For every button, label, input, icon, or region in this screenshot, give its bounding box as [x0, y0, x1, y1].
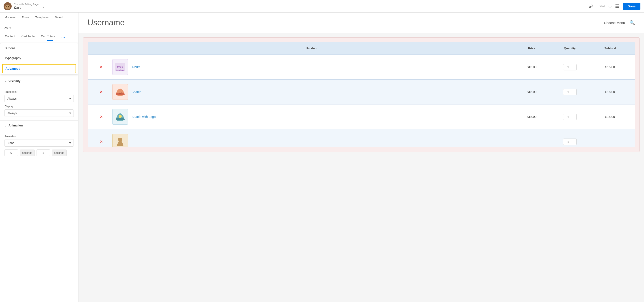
cart-wrapper: Product Price Quantity Subtotal ✕	[83, 38, 640, 152]
svg-rect-15	[119, 92, 121, 93]
album-price: $15.00	[514, 65, 550, 69]
remove-album-button[interactable]: ✕	[92, 64, 110, 70]
visibility-section-header[interactable]: ⌄ Visibility	[0, 76, 78, 86]
col-subtotal: Subtotal	[590, 47, 630, 50]
album-product-link[interactable]: Album	[132, 65, 140, 69]
main-layout: Modules Rows Templates Saved Cart Conten…	[0, 12, 644, 302]
col-price: Price	[514, 47, 550, 50]
dropdown-item-typography[interactable]: Typography	[0, 53, 78, 63]
svg-point-4	[6, 6, 7, 7]
dropdown-menu: Buttons Typography Advanced	[0, 43, 78, 74]
animation-section-body: Animation None Fade In Slide Up seconds …	[0, 130, 78, 160]
animation-label: Animation	[4, 135, 74, 138]
page-header-right: Choose Menu 🔍	[604, 20, 635, 25]
beanie-product-cell: Beanie	[110, 84, 514, 100]
tab-cart-totals[interactable]: Cart Totals	[38, 32, 58, 41]
delay-seconds-label: seconds	[20, 150, 35, 156]
svg-text:Woo: Woo	[117, 65, 123, 68]
sidebar-tab-saved[interactable]: Saved	[52, 12, 66, 23]
beanie-price: $18.00	[514, 90, 550, 94]
history-icon[interactable]: ☰	[615, 4, 619, 9]
notification-icon[interactable]: ☍	[589, 4, 593, 9]
tab-cart-table[interactable]: Cart Table	[18, 32, 38, 41]
album-thumbnail: Woo the album	[112, 59, 128, 75]
album-qty-cell	[550, 64, 590, 70]
animation-select[interactable]: None Fade In Slide Up	[4, 139, 74, 147]
help-icon[interactable]: ⓘ	[608, 4, 612, 8]
table-row: ✕	[88, 129, 635, 147]
table-row: ✕	[88, 80, 635, 104]
logo-area: Currently Editing Page Cart ⌄	[4, 2, 80, 10]
svg-point-3	[5, 5, 10, 10]
beanie-logo-qty-input[interactable]	[563, 114, 576, 120]
logo-text: Currently Editing Page Cart	[14, 3, 38, 10]
sidebar-tab-rows[interactable]: Rows	[19, 12, 32, 23]
animation-delay-input[interactable]	[4, 149, 18, 156]
display-select[interactable]: Always None	[4, 110, 74, 117]
album-subtotal: $15.00	[590, 65, 630, 69]
display-label: Display	[4, 105, 74, 108]
content-tabs: Content Cart Table Cart Totals …	[0, 32, 78, 41]
beanie-thumbnail	[112, 84, 128, 100]
tab-more-icon[interactable]: …	[59, 32, 67, 41]
sidebar: Modules Rows Templates Saved Cart Conten…	[0, 12, 78, 302]
beanie-logo-product-link[interactable]: Beanie with Logo	[132, 115, 156, 118]
dropdown-item-buttons[interactable]: Buttons	[0, 43, 78, 53]
top-bar: Currently Editing Page Cart ⌄ ☍ Edited ⓘ…	[0, 0, 644, 12]
animation-section: ⌄ Animation Animation None Fade In Slide…	[0, 120, 78, 160]
beanie-product-link[interactable]: Beanie	[132, 90, 142, 94]
animation-title: Animation	[8, 124, 23, 127]
duration-seconds-label: seconds	[52, 150, 67, 156]
breakpoint-label: Breakpoint	[4, 90, 74, 94]
sidebar-tab-templates[interactable]: Templates	[33, 12, 51, 23]
cart-header-row: Product Price Quantity Subtotal	[88, 42, 635, 55]
page-header: Username Choose Menu 🔍	[78, 12, 644, 33]
beanie-logo-price: $18.00	[514, 115, 550, 118]
editing-page-name: Cart	[14, 6, 38, 10]
beanie-logo-product-cell: Beanie with Logo	[110, 109, 514, 125]
svg-rect-18	[116, 118, 125, 120]
edited-label: Edited	[597, 4, 605, 8]
bear-logo-icon	[4, 2, 12, 10]
remove-partial-button[interactable]: ✕	[92, 139, 110, 144]
currently-editing-label: Currently Editing Page	[14, 3, 38, 6]
partial-thumbnail	[112, 134, 128, 147]
col-quantity: Quantity	[550, 47, 590, 50]
animation-duration-input[interactable]	[36, 149, 50, 156]
content-area: Username Choose Menu 🔍 Product Price Qua…	[78, 12, 644, 302]
beanie-logo-qty-cell	[550, 114, 590, 120]
svg-text:the album: the album	[116, 69, 124, 71]
done-button[interactable]: Done	[623, 3, 640, 10]
animation-duration-row: seconds seconds	[4, 149, 74, 156]
sidebar-nav-tabs: Modules Rows Templates Saved	[0, 12, 78, 23]
col-product: Product	[110, 47, 514, 50]
svg-point-21	[120, 116, 121, 116]
beanie-qty-input[interactable]	[563, 89, 576, 95]
cart-table: Product Price Quantity Subtotal ✕	[88, 42, 635, 147]
remove-beanie-button[interactable]: ✕	[92, 90, 110, 94]
album-product-cell: Woo the album Album	[110, 59, 514, 75]
svg-point-20	[119, 116, 120, 116]
beanie-logo-thumbnail	[112, 109, 128, 125]
partial-product-cell	[110, 134, 514, 147]
partial-qty-input[interactable]	[563, 138, 576, 145]
visibility-section-body: Breakpoint Always Desktop Tablet Mobile …	[0, 86, 78, 120]
tab-content[interactable]: Content	[2, 32, 18, 41]
sidebar-tab-modules[interactable]: Modules	[2, 12, 18, 23]
remove-beanie-logo-button[interactable]: ✕	[92, 114, 110, 119]
beanie-subtotal: $18.00	[590, 90, 630, 94]
table-row: ✕	[88, 104, 635, 129]
svg-point-23	[118, 138, 122, 141]
search-icon[interactable]: 🔍	[630, 20, 635, 25]
partial-qty-cell	[550, 138, 590, 145]
animation-chevron-icon: ⌄	[4, 124, 7, 127]
tab-indicator	[46, 40, 53, 41]
album-qty-input[interactable]	[563, 64, 576, 70]
page-title: Username	[88, 18, 125, 27]
dropdown-item-advanced[interactable]: Advanced	[2, 64, 76, 73]
svg-point-19	[118, 115, 122, 118]
choose-menu[interactable]: Choose Menu	[604, 21, 625, 25]
breakpoint-select[interactable]: Always Desktop Tablet Mobile	[4, 95, 74, 102]
page-chevron-icon[interactable]: ⌄	[42, 4, 45, 9]
animation-section-header[interactable]: ⌄ Animation	[0, 120, 78, 130]
